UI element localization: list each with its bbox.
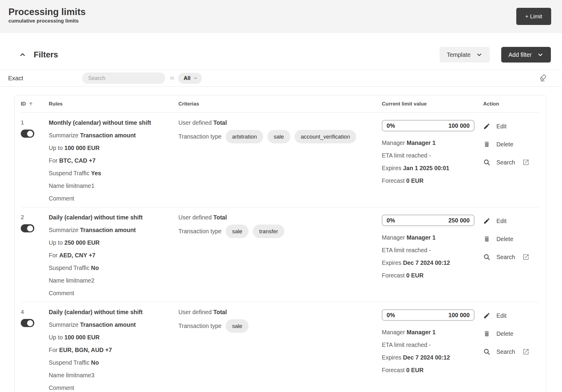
limit-expires: Expires Jan 1 2025 00:01 — [382, 162, 483, 174]
criteria-transaction-type: Transaction type sale transfer — [178, 225, 382, 238]
limits-table: ID Rules Criterias Current limit value A… — [14, 95, 546, 392]
delete-button[interactable]: Delete — [483, 327, 540, 340]
delete-button[interactable]: Delete — [483, 233, 540, 245]
filters-title: Filters — [34, 50, 58, 60]
table-row: 1 Monthly (calendar) without time shift … — [21, 113, 540, 207]
id-cell: 4 — [21, 306, 49, 392]
limit-expires: Expires Dec 7 2024 00:12 — [382, 256, 483, 269]
limit-manager: Manager Manager 1 — [382, 136, 483, 149]
eraser-icon — [539, 74, 548, 83]
criterias-cell: User defined Total Transaction type arbi… — [178, 116, 382, 205]
rules-cell: Daily (calendar) without time shift Summ… — [49, 211, 178, 299]
toggle-knob — [27, 225, 33, 231]
trash-icon — [483, 141, 490, 148]
rule-suspend-traffic: Suspend Traffic No — [49, 356, 178, 369]
column-header-criterias: Criterias — [178, 101, 382, 107]
delete-button[interactable]: Delete — [483, 138, 540, 151]
limit-amount: 250 000 — [449, 217, 470, 224]
limit-enabled-toggle[interactable] — [21, 224, 34, 232]
clear-filters-button[interactable] — [539, 73, 548, 83]
limit-eta: ETA limit reached - — [382, 338, 483, 351]
toggle-knob — [27, 320, 33, 326]
row-id: 1 — [21, 116, 49, 129]
search-input[interactable] — [82, 72, 165, 84]
limit-enabled-toggle[interactable] — [21, 319, 34, 327]
rule-up-to: Up to 250 000 EUR — [49, 236, 178, 249]
limit-eta: ETA limit reached - — [382, 244, 483, 256]
toggle-knob — [27, 131, 33, 137]
column-header-limit: Current limit value — [382, 101, 483, 107]
external-link-icon[interactable] — [522, 348, 530, 355]
pencil-icon — [483, 217, 490, 225]
trash-icon — [483, 235, 490, 243]
edit-button[interactable]: Edit — [483, 120, 540, 133]
transaction-type-chip: sale — [226, 319, 249, 333]
page-header: Processing limits cumulative processing … — [0, 0, 562, 33]
column-header-id[interactable]: ID — [21, 101, 49, 107]
column-header-action: Action — [483, 101, 540, 107]
rule-currencies: For BTC, CAD +7 — [49, 154, 178, 167]
criteria-transaction-type: Transaction type sale — [178, 319, 382, 333]
limit-cell: 0% 250 000 Manager Manager 1 ETA limit r… — [382, 211, 483, 299]
page-title: Processing limits — [8, 7, 86, 17]
transaction-type-chip: arbitration — [226, 130, 263, 143]
limit-progress-box: 0% 100 000 — [382, 309, 474, 321]
action-cell: Edit Delete Search — [483, 120, 540, 205]
search-limit-button[interactable]: Search — [483, 251, 540, 263]
criteria-transaction-type: Transaction type arbitration sale accoun… — [178, 130, 382, 143]
criteria-user-defined: User defined Total — [178, 116, 382, 129]
add-filter-dropdown-button[interactable]: Add filter — [501, 47, 551, 63]
edit-button[interactable]: Edit — [483, 215, 540, 227]
limit-manager: Manager Manager 1 — [382, 231, 483, 244]
limit-expires: Expires Dec 7 2024 00:12 — [382, 351, 483, 364]
collapse-filters-button[interactable] — [19, 51, 26, 59]
rule-title: Monthly (calendar) without time shift — [49, 116, 178, 129]
filters-bar: Filters Template Add filter — [19, 47, 551, 63]
limit-amount: 100 000 — [449, 312, 470, 319]
table-row: 2 Daily (calendar) without time shift Su… — [21, 207, 540, 302]
table-row: 4 Daily (calendar) without time shift Su… — [21, 302, 540, 392]
magnifier-icon — [483, 348, 490, 355]
rules-cell: Monthly (calendar) without time shift Su… — [49, 116, 178, 205]
rule-currencies: For EUR, BGN, AUD +7 — [49, 344, 178, 356]
edit-button[interactable]: Edit — [483, 309, 540, 322]
id-cell: 2 — [21, 211, 49, 299]
external-link-icon[interactable] — [522, 253, 530, 261]
in-label: in — [170, 75, 174, 81]
rule-name: Name limitname3 — [49, 369, 178, 381]
criteria-user-defined: User defined Total — [178, 306, 382, 318]
rule-title: Daily (calendar) without time shift — [49, 306, 178, 318]
transaction-type-chip: sale — [267, 130, 290, 143]
rule-currencies: For AED, CNY +7 — [49, 249, 178, 262]
rule-suspend-traffic: Suspend Traffic Yes — [49, 167, 178, 179]
limit-enabled-toggle[interactable] — [21, 130, 34, 138]
action-cell: Edit Delete Search — [483, 309, 540, 392]
rule-up-to: Up to 100 000 EUR — [49, 331, 178, 344]
magnifier-icon — [483, 253, 490, 261]
limit-progress-box: 0% 100 000 — [382, 120, 474, 131]
template-dropdown-button[interactable]: Template — [440, 47, 490, 63]
rule-summarize: Summarize Transaction amount — [49, 224, 178, 236]
limit-percent: 0% — [387, 217, 395, 224]
action-cell: Edit Delete Search — [483, 215, 540, 299]
external-link-icon[interactable] — [522, 159, 530, 166]
rule-name: Name limitname2 — [49, 274, 178, 287]
magnifier-icon — [483, 159, 490, 166]
limit-forecast: Forecast 0 EUR — [382, 269, 483, 282]
limit-amount: 100 000 — [449, 122, 470, 129]
search-scope-value: All — [184, 75, 190, 81]
rule-name: Name limitname1 — [49, 179, 178, 192]
rule-summarize: Summarize Transaction amount — [49, 318, 178, 331]
transaction-type-chip: transfer — [253, 225, 284, 238]
rule-suspend-traffic: Suspend Traffic No — [49, 262, 178, 274]
rules-cell: Daily (calendar) without time shift Summ… — [49, 306, 178, 392]
search-scope-select[interactable]: All — [178, 73, 202, 84]
search-limit-button[interactable]: Search — [483, 345, 540, 358]
search-limit-button[interactable]: Search — [483, 156, 540, 169]
trash-icon — [483, 330, 490, 337]
add-limit-button[interactable]: + Limit — [516, 8, 551, 25]
exact-filter-row: Exact in All — [0, 70, 562, 87]
limit-forecast: Forecast 0 EUR — [382, 174, 483, 187]
limit-forecast: Forecast 0 EUR — [382, 364, 483, 376]
criteria-user-defined: User defined Total — [178, 211, 382, 224]
